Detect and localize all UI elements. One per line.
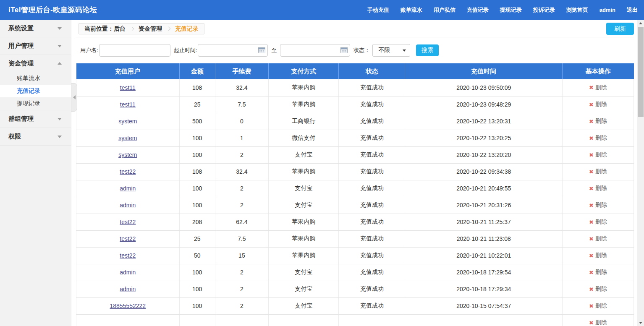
delete-button[interactable]: ✖删除	[589, 134, 607, 142]
cell-user: test22	[76, 163, 180, 180]
delete-button[interactable]: ✖删除	[589, 84, 607, 91]
cell-status	[339, 314, 405, 326]
user-link[interactable]: 18855552222	[110, 303, 146, 309]
cell-amount: 100	[179, 297, 215, 314]
cell-fee: 7.5	[215, 96, 268, 113]
start-date-input[interactable]	[198, 44, 268, 57]
status-select-value: 不限	[378, 47, 390, 54]
user-link[interactable]: system	[118, 118, 137, 125]
filter-bar: 用户名: 起止时间: 至 状态： 不限 搜索	[76, 37, 634, 63]
top-nav-item[interactable]: 浏览首页	[566, 6, 588, 14]
top-header: iTel管理后台-欧皇源码论坛 手动充值账单流水用户私信充值记录提现记录投诉记录…	[0, 0, 644, 20]
table-body: test1110832.4苹果内购充值成功2020-10-23 09:50:09…	[76, 79, 634, 326]
sidebar-item-2-1[interactable]: 充值记录	[0, 85, 71, 97]
top-nav-item[interactable]: 手动充值	[367, 6, 389, 14]
user-link[interactable]: admin	[120, 286, 136, 292]
user-link[interactable]: test11	[120, 84, 136, 91]
calendar-icon[interactable]	[340, 47, 348, 53]
cell-status: 充值成功	[339, 130, 405, 146]
sidebar-item-2-0[interactable]: 账单流水	[0, 72, 71, 85]
user-link[interactable]: test22	[120, 168, 136, 175]
scrollbar-thumb[interactable]	[638, 27, 644, 117]
cell-fee: 2	[215, 197, 268, 214]
delete-label: 删除	[595, 269, 607, 276]
sidebar-collapse-handle[interactable]	[71, 83, 77, 112]
delete-button[interactable]: ✖删除	[589, 302, 607, 310]
sidebar-item-2-2[interactable]: 提现记录	[0, 97, 71, 110]
sidebar-group-2[interactable]: 资金管理	[0, 55, 71, 72]
user-link[interactable]: test22	[120, 252, 136, 259]
cell-time: 2020-10-22 13:20:31	[405, 113, 563, 130]
delete-button[interactable]: ✖删除	[589, 151, 607, 159]
sidebar-group-1[interactable]: 用户管理	[0, 37, 71, 55]
delete-label: 删除	[595, 218, 607, 226]
user-link[interactable]: admin	[120, 269, 136, 276]
delete-button[interactable]: ✖删除	[589, 101, 607, 108]
cell-fee: 2	[215, 297, 268, 314]
search-button[interactable]: 搜索	[416, 44, 439, 56]
top-nav-item[interactable]: admin	[599, 7, 615, 13]
user-link[interactable]: system	[118, 135, 137, 141]
scroll-up-button[interactable]	[637, 20, 644, 26]
delete-label: 删除	[595, 285, 607, 293]
table-row: admin1002支付宝充值成功2020-10-18 17:29:34✖删除	[76, 281, 634, 297]
sidebar: 系统设置用户管理资金管理账单流水充值记录提现记录群组管理权限	[0, 20, 71, 326]
user-link[interactable]: test11	[120, 101, 136, 108]
cell-method: 苹果内购	[269, 214, 339, 230]
table-row: system5000工商银行充值成功2020-10-22 13:20:31✖删除	[76, 113, 634, 130]
end-date-field	[280, 44, 350, 57]
table-row: test22257.5苹果内购充值成功2020-10-21 11:23:08✖删…	[76, 230, 634, 247]
cell-amount: 208	[179, 214, 215, 230]
refresh-button[interactable]: 刷新	[606, 23, 634, 35]
breadcrumb-item-funds[interactable]: 资金管理	[139, 25, 162, 33]
breadcrumb-current-location: 当前位置：后台	[84, 25, 126, 33]
delete-button[interactable]: ✖删除	[589, 235, 607, 243]
delete-button[interactable]: ✖删除	[589, 117, 607, 125]
column-header: 手续费	[215, 63, 268, 79]
cell-method: 苹果内购	[269, 247, 339, 264]
user-link[interactable]: test22	[120, 235, 136, 242]
delete-button[interactable]: ✖删除	[589, 252, 607, 259]
top-nav-item[interactable]: 投诉记录	[533, 6, 555, 14]
cell-amount: 50	[179, 247, 215, 264]
delete-button[interactable]: ✖删除	[589, 168, 607, 175]
cell-method: 苹果内购	[269, 230, 339, 247]
top-nav-item[interactable]: 充值记录	[467, 6, 489, 14]
user-link[interactable]: test22	[120, 219, 136, 225]
top-nav-item[interactable]: 退出	[627, 6, 638, 14]
user-link[interactable]: admin	[120, 185, 136, 192]
delete-icon: ✖	[589, 169, 594, 175]
user-link[interactable]: admin	[120, 202, 136, 209]
top-nav-item[interactable]: 用户私信	[434, 6, 456, 14]
chevron-down-icon	[58, 136, 62, 138]
sidebar-group-label: 权限	[8, 133, 21, 141]
cell-user: admin	[76, 264, 180, 281]
calendar-icon[interactable]	[258, 47, 265, 53]
column-header: 基本操作	[562, 63, 634, 79]
delete-label: 删除	[595, 319, 607, 326]
status-select[interactable]: 不限	[372, 44, 410, 57]
cell-time: 2020-10-22 13:20:20	[405, 146, 563, 163]
vertical-scrollbar[interactable]	[637, 20, 644, 326]
top-nav-item[interactable]: 提现记录	[500, 6, 522, 14]
delete-button[interactable]: ✖删除	[589, 285, 607, 293]
delete-button[interactable]: ✖删除	[589, 201, 607, 209]
sidebar-group-3[interactable]: 群组管理	[0, 110, 71, 128]
delete-button[interactable]: ✖删除	[589, 185, 607, 192]
sidebar-group-0[interactable]: 系统设置	[0, 20, 71, 37]
column-header: 充值时间	[405, 63, 563, 79]
sidebar-group-4[interactable]: 权限	[0, 128, 71, 145]
user-link[interactable]: system	[118, 151, 137, 158]
delete-button[interactable]: ✖删除	[589, 269, 607, 276]
delete-button[interactable]: ✖删除	[589, 319, 607, 326]
end-date-input[interactable]	[280, 44, 350, 57]
to-label: 至	[271, 47, 277, 54]
top-nav-item[interactable]: 账单流水	[401, 6, 422, 14]
cell-operation: ✖删除	[562, 180, 634, 197]
scroll-up-icon	[639, 22, 642, 24]
cell-status: 充值成功	[339, 281, 405, 297]
delete-label: 删除	[595, 134, 607, 142]
delete-button[interactable]: ✖删除	[589, 218, 607, 226]
username-input[interactable]	[99, 44, 170, 57]
scroll-down-button[interactable]	[637, 319, 644, 326]
